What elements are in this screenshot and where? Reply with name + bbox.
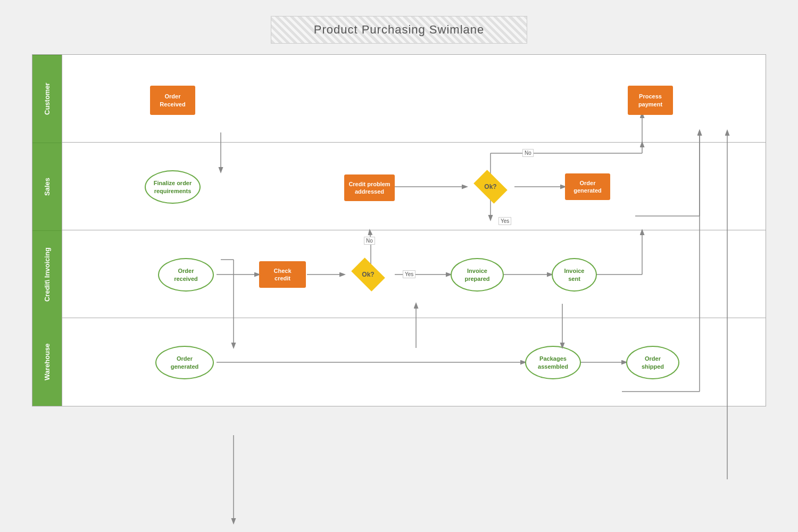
yes-label-credit: Yes: [403, 270, 415, 278]
invoice-sent: Invoice sent: [552, 258, 597, 292]
order-generated-sales: Order generated: [565, 173, 610, 200]
ok-diamond-sales: Ok?: [467, 173, 514, 200]
credit-problem: Credit problem addressed: [344, 174, 395, 201]
process-payment: Process payment: [628, 86, 673, 115]
order-received-credit: Order received: [158, 258, 214, 292]
lane-warehouse: Order generated Packages assembled Order…: [62, 318, 766, 406]
lane-label-customer: Customer: [32, 55, 62, 143]
title-background: Product Purchasing Swimlane: [271, 16, 527, 44]
no-label-sales: No: [522, 149, 534, 157]
title-container: Product Purchasing Swimlane: [271, 16, 527, 44]
swimlane-container: Customer Sales Credit\ Invoicing Warehou…: [32, 54, 766, 406]
yes-label-sales: Yes: [498, 217, 511, 225]
lane-labels: Customer Sales Credit\ Invoicing Warehou…: [32, 55, 62, 406]
finalize-order: Finalize order requirements: [145, 170, 201, 204]
order-shipped: Order shipped: [626, 346, 679, 379]
lane-label-sales: Sales: [32, 143, 62, 230]
packages-assembled: Packages assembled: [525, 346, 581, 379]
order-received-customer: Order Received: [150, 86, 195, 115]
lane-label-warehouse: Warehouse: [32, 318, 62, 406]
invoice-prepared: Invoice prepared: [451, 258, 504, 292]
lane-sales: Finalize order requirements Credit probl…: [62, 143, 766, 230]
order-generated-warehouse: Order generated: [155, 346, 214, 379]
lane-credit: Order received Check credit Ok? Yes No I: [62, 230, 766, 318]
check-credit: Check credit: [259, 261, 306, 288]
lane-customer: Order Received Process payment: [62, 55, 766, 143]
ok-diamond-credit: Ok?: [344, 261, 392, 288]
lanes-content: Order Received Process payment: [62, 55, 766, 406]
page-title: Product Purchasing Swimlane: [314, 23, 484, 36]
lane-label-credit: Credit\ Invoicing: [32, 230, 62, 318]
no-label-credit: No: [364, 237, 375, 245]
